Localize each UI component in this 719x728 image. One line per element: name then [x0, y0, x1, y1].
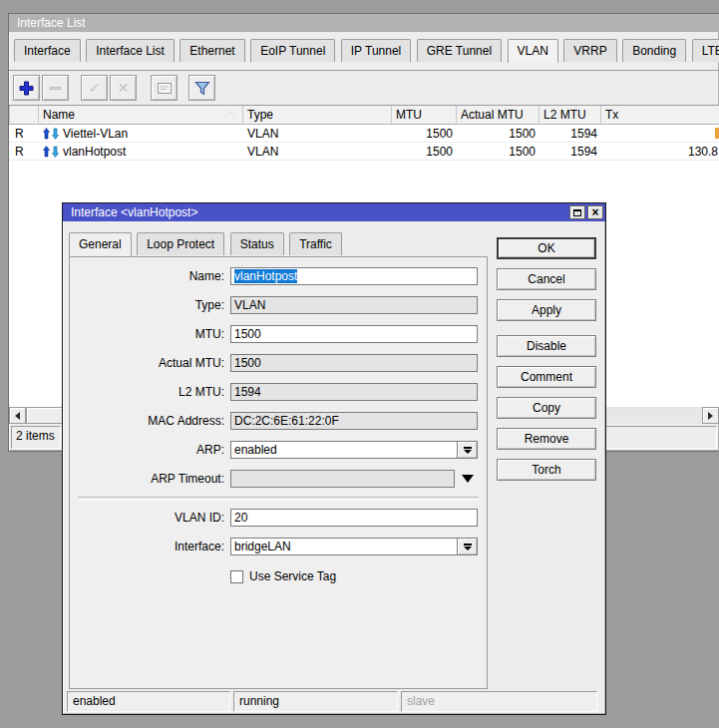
type-label: Type:: [75, 298, 230, 312]
cancel-button[interactable]: Cancel: [497, 268, 596, 290]
row-mtu: 1500: [392, 125, 457, 143]
disable-button[interactable]: Disable: [497, 335, 596, 357]
scroll-left-button[interactable]: [9, 407, 26, 424]
vlan-id-label: VLAN ID:: [75, 511, 230, 525]
comment-button[interactable]: [151, 75, 178, 101]
tab-ethernet[interactable]: Ethernet: [180, 39, 244, 62]
row-flag: R: [9, 143, 39, 161]
name-field[interactable]: vlanHotpost: [230, 267, 478, 285]
vlan-id-field[interactable]: 20: [230, 509, 478, 527]
row-l2-mtu: 1594: [539, 143, 601, 161]
remove-button[interactable]: Remove: [497, 428, 596, 450]
scroll-right-button[interactable]: [702, 407, 719, 424]
add-icon: [19, 81, 34, 96]
tab-traffic[interactable]: Traffic: [289, 232, 342, 255]
actual-mtu-field: 1500: [230, 354, 478, 372]
row-flag: R: [9, 125, 39, 143]
column-name[interactable]: Name: [39, 106, 243, 125]
use-service-tag-checkbox[interactable]: [230, 570, 243, 583]
enable-check-icon: ✓: [89, 81, 101, 95]
column-type[interactable]: Type: [243, 106, 392, 125]
maximize-icon: [573, 209, 581, 216]
row-mtu: 1500: [392, 143, 457, 161]
mac-address-field: DC:2C:6E:61:22:0F: [230, 412, 478, 430]
row-actual-mtu: 1500: [457, 125, 539, 143]
tab-bonding[interactable]: Bonding: [622, 39, 686, 62]
comment-icon: [157, 82, 173, 95]
table-header: Name Type MTU Actual MTU L2 MTU Tx: [9, 106, 719, 125]
column-l2-mtu[interactable]: L2 MTU: [539, 106, 601, 125]
actual-mtu-label: Actual MTU:: [75, 356, 230, 370]
apply-button[interactable]: Apply: [497, 299, 596, 321]
filter-button[interactable]: [188, 75, 215, 101]
tab-interface[interactable]: Interface: [14, 39, 81, 62]
maximize-button[interactable]: [569, 205, 585, 219]
tab-gre-tunnel[interactable]: GRE Tunnel: [417, 39, 502, 62]
section-separator: [78, 497, 479, 501]
dropdown-bar-icon: [464, 544, 472, 546]
arp-dropdown-button[interactable]: [457, 442, 477, 458]
table-row[interactable]: R Viettel-VLan VLAN 1500 1500 1594: [9, 125, 719, 143]
row-l2-mtu: 1594: [539, 125, 601, 143]
row-actual-mtu: 1500: [457, 143, 539, 161]
tab-vrrp[interactable]: VRRP: [563, 39, 616, 62]
remove-icon: [50, 87, 61, 90]
l2-mtu-label: L2 MTU:: [75, 385, 230, 399]
l2-mtu-field: 1594: [230, 383, 478, 401]
vlan-interface-icon: [43, 146, 59, 158]
copy-button[interactable]: Copy: [497, 397, 596, 419]
status-slave: slave: [401, 691, 597, 712]
table-row[interactable]: R vlanHotpost VLAN 1500 1500 1594 130.8: [9, 143, 719, 161]
interface-dropdown[interactable]: bridgeLAN: [230, 538, 478, 555]
interface-dropdown-button[interactable]: [457, 539, 477, 554]
column-tx[interactable]: Tx: [601, 106, 719, 125]
interface-value: bridgeLAN: [231, 539, 457, 554]
row-name-cell: Viettel-VLan: [39, 125, 243, 143]
add-button[interactable]: [13, 75, 40, 101]
close-icon: ×: [591, 206, 598, 218]
interface-dialog: Interface <vlanHotpost> × General Loop P…: [62, 202, 606, 715]
name-label: Name:: [75, 269, 230, 283]
dialog-titlebar[interactable]: Interface <vlanHotpost> ×: [63, 203, 605, 221]
ok-button[interactable]: OK: [497, 237, 596, 259]
arp-value: enabled: [231, 442, 457, 458]
tab-vlan[interactable]: VLAN: [508, 39, 558, 63]
remove-button[interactable]: [42, 75, 69, 101]
tab-general[interactable]: General: [69, 232, 132, 256]
use-service-tag-label: Use Service Tag: [249, 569, 336, 583]
scroll-right-icon: [708, 412, 713, 420]
tab-interface-list[interactable]: Interface List: [86, 39, 175, 62]
column-actual-mtu[interactable]: Actual MTU: [457, 106, 539, 125]
main-window-titlebar[interactable]: Interface List: [9, 14, 719, 32]
mac-address-label: MAC Address:: [75, 414, 230, 428]
tx-clipped-value: [715, 128, 719, 139]
close-button[interactable]: ×: [587, 205, 603, 219]
tab-lte[interactable]: LTE: [692, 39, 719, 62]
general-tab-panel: Name: vlanHotpost Type: VLAN MTU: 1500 A…: [69, 256, 488, 689]
enable-button[interactable]: ✓: [81, 75, 108, 101]
column-mtu[interactable]: MTU: [392, 106, 457, 125]
tab-ip-tunnel[interactable]: IP Tunnel: [341, 39, 411, 62]
dialog-statusbar: enabled running slave: [67, 691, 597, 712]
disable-button[interactable]: ✕: [110, 75, 137, 101]
dialog-tabstrip: General Loop Protect Status Traffic: [69, 232, 343, 257]
comment-button[interactable]: Comment: [497, 366, 596, 388]
arp-timeout-dropdown-icon[interactable]: [462, 475, 474, 483]
items-count: 2 items: [11, 426, 61, 449]
row-type: VLAN: [243, 125, 392, 143]
tab-loop-protect[interactable]: Loop Protect: [137, 232, 224, 255]
type-field: VLAN: [230, 296, 478, 314]
tab-status[interactable]: Status: [230, 232, 284, 255]
column-flags[interactable]: [9, 106, 39, 125]
scroll-left-icon: [15, 412, 20, 420]
tab-eoip-tunnel[interactable]: EoIP Tunnel: [250, 39, 335, 62]
selected-text: vlanHotpost: [234, 269, 297, 283]
mtu-field[interactable]: 1500: [230, 325, 478, 343]
row-tx: 130.8: [601, 143, 719, 161]
status-running: running: [233, 691, 398, 712]
mtu-label: MTU:: [75, 327, 230, 341]
torch-button[interactable]: Torch: [497, 459, 596, 481]
arp-label: ARP:: [75, 443, 230, 457]
interface-label: Interface:: [75, 540, 230, 553]
arp-dropdown[interactable]: enabled: [230, 441, 478, 459]
